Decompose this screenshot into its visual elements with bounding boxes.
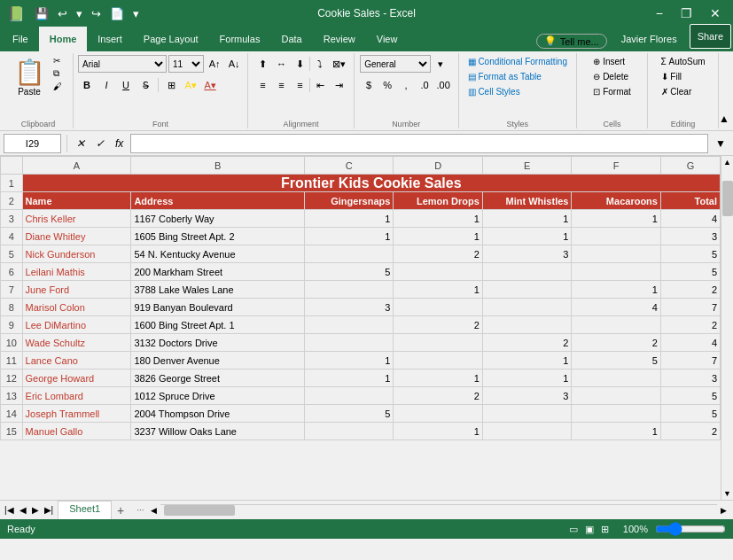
clear-button[interactable]: ✗ Clear [658, 85, 696, 98]
data-cell-E[interactable]: 3 [482, 245, 572, 263]
data-cell-G[interactable]: 5 [660, 405, 720, 423]
confirm-formula-button[interactable]: ✓ [92, 137, 108, 150]
data-cell-F[interactable] [572, 263, 661, 281]
data-cell-E[interactable]: 1 [482, 352, 572, 369]
share-button[interactable]: Share [690, 24, 731, 49]
undo-dropdown[interactable]: ▾ [74, 5, 85, 22]
col-header-B[interactable]: B [131, 157, 304, 175]
align-right-button[interactable]: ≡ [291, 76, 308, 94]
data-cell-C[interactable] [304, 423, 394, 440]
data-cell-C[interactable]: 3 [304, 299, 394, 316]
data-cell-G[interactable]: 5 [660, 387, 720, 405]
data-cell-B[interactable]: 200 Markham Street [131, 263, 304, 281]
data-cell-B[interactable]: 54 N. Kentucky Avenue [131, 245, 304, 263]
normal-view-button[interactable]: ▭ [569, 524, 578, 535]
data-cell-G[interactable]: 4 [660, 210, 720, 228]
scroll-left-button[interactable]: ◀ [148, 504, 160, 517]
data-cell-G[interactable]: 4 [660, 334, 720, 352]
data-cell-B[interactable]: 2004 Thompson Drive [131, 405, 304, 423]
data-cell-D[interactable] [394, 405, 483, 423]
data-cell-D[interactable]: 2 [394, 387, 483, 405]
data-cell-E[interactable] [482, 299, 572, 316]
delete-button[interactable]: ⊖ Delete [589, 70, 632, 83]
vertical-scrollbar[interactable]: ▲ ▼ [721, 156, 733, 500]
data-cell-D[interactable]: 2 [394, 316, 483, 334]
save-button[interactable]: 💾 [32, 5, 51, 22]
data-cell-E[interactable]: 1 [482, 210, 572, 228]
data-cell-G[interactable]: 3 [660, 228, 720, 245]
data-cell-E[interactable]: 1 [482, 369, 572, 387]
header-cell-B[interactable]: Address [131, 192, 304, 210]
decrease-font-button[interactable]: A↓ [225, 55, 243, 73]
data-cell-F[interactable] [572, 369, 661, 387]
data-cell-C[interactable] [304, 387, 394, 405]
data-cell-D[interactable]: 2 [394, 245, 483, 263]
data-cell-A[interactable]: Chris Keller [22, 210, 131, 228]
data-cell-D[interactable]: 1 [394, 369, 483, 387]
data-cell-C[interactable] [304, 316, 394, 334]
minimize-button[interactable]: − [651, 4, 668, 22]
horizontal-scrollbar[interactable]: ◀ ▶ [148, 504, 729, 517]
data-cell-A[interactable]: June Ford [22, 281, 131, 299]
col-header-A[interactable]: A [22, 157, 131, 175]
next-sheet-button[interactable]: ▶ [29, 503, 42, 517]
zoom-slider[interactable] [655, 522, 726, 536]
data-cell-A[interactable]: Nick Gunderson [22, 245, 131, 263]
border-button[interactable]: ⊞ [162, 76, 180, 94]
data-cell-C[interactable]: 1 [304, 369, 394, 387]
data-cell-A[interactable]: George Howard [22, 369, 131, 387]
increase-indent-button[interactable]: ⇥ [330, 76, 347, 94]
cell-styles-button[interactable]: ▥ Cell Styles [464, 85, 524, 98]
data-cell-G[interactable]: 7 [660, 299, 720, 316]
decrease-indent-button[interactable]: ⇤ [311, 76, 329, 94]
header-cell-C[interactable]: Gingersnaps [304, 192, 394, 210]
data-cell-D[interactable] [394, 263, 483, 281]
data-cell-A[interactable]: Diane Whitley [22, 228, 131, 245]
data-cell-E[interactable] [482, 316, 572, 334]
scroll-right-button[interactable]: ▶ [717, 504, 729, 517]
data-cell-B[interactable]: 1167 Coberly Way [131, 210, 304, 228]
align-center-button[interactable]: ≡ [272, 76, 290, 94]
currency-button[interactable]: $ [360, 76, 378, 94]
decrease-decimal-button[interactable]: .0 [416, 76, 433, 94]
tab-insert[interactable]: Insert [87, 27, 133, 51]
user-menu[interactable]: Javier Flores [611, 27, 688, 51]
data-cell-F[interactable]: 2 [572, 334, 661, 352]
data-cell-D[interactable]: 1 [394, 423, 483, 440]
data-cell-B[interactable]: 180 Denver Avenue [131, 352, 304, 369]
tab-formulas[interactable]: Formulas [209, 27, 271, 51]
header-cell-D[interactable]: Lemon Drops [394, 192, 483, 210]
data-cell-E[interactable] [482, 423, 572, 440]
percent-button[interactable]: % [378, 76, 396, 94]
data-cell-B[interactable]: 3788 Lake Wales Lane [131, 281, 304, 299]
data-cell-C[interactable]: 5 [304, 263, 394, 281]
data-cell-F[interactable] [572, 316, 661, 334]
tab-file[interactable]: File [2, 27, 39, 51]
data-cell-A[interactable]: Wade Schultz [22, 334, 131, 352]
tab-page-layout[interactable]: Page Layout [133, 27, 209, 51]
format-button[interactable]: ⊡ Format [589, 85, 634, 98]
data-cell-D[interactable]: 1 [394, 210, 483, 228]
data-cell-B[interactable]: 3237 Willow Oaks Lane [131, 423, 304, 440]
number-format-select[interactable]: General [360, 55, 431, 73]
new-sheet-button[interactable]: 📄 [107, 5, 127, 22]
font-color-button[interactable]: A▾ [201, 76, 219, 94]
insert-function-button[interactable]: fx [112, 137, 127, 150]
data-cell-G[interactable]: 7 [660, 352, 720, 369]
copy-button[interactable]: ⧉ [51, 67, 66, 80]
align-top-button[interactable]: ⬆ [253, 55, 271, 73]
data-cell-F[interactable]: 1 [572, 423, 661, 440]
data-cell-E[interactable] [482, 281, 572, 299]
data-cell-E[interactable]: 2 [482, 334, 572, 352]
autosum-button[interactable]: Σ AutoSum [658, 55, 709, 68]
expand-number-button[interactable]: ▾ [432, 55, 449, 73]
data-cell-D[interactable] [394, 299, 483, 316]
data-cell-C[interactable] [304, 281, 394, 299]
wrap-text-button[interactable]: ⤵ [311, 55, 329, 73]
page-layout-view-button[interactable]: ▣ [585, 524, 594, 535]
data-cell-G[interactable]: 5 [660, 263, 720, 281]
data-cell-F[interactable]: 4 [572, 299, 661, 316]
align-middle-button[interactable]: ↔ [272, 55, 290, 73]
data-cell-A[interactable]: Joseph Trammell [22, 405, 131, 423]
font-name-select[interactable]: Arial [78, 55, 167, 73]
